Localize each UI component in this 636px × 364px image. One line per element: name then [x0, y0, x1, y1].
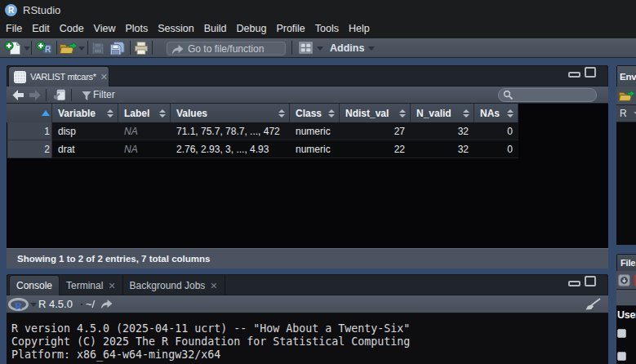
open-file-icon[interactable]: [59, 41, 78, 55]
console-line: Platform: x86_64-w64-mingw32/x64: [11, 348, 220, 361]
new-file-icon[interactable]: [4, 40, 22, 56]
menu-session[interactable]: Session: [153, 20, 198, 38]
column-header-values[interactable]: Values: [171, 104, 290, 122]
open-file-dropdown-caret[interactable]: [78, 47, 85, 51]
tab-files[interactable]: Files: [617, 255, 636, 271]
environment-language-selector[interactable]: R: [616, 105, 636, 122]
menu-help[interactable]: Help: [344, 20, 375, 38]
svg-text:R: R: [15, 300, 23, 312]
menu-build[interactable]: Build: [199, 20, 232, 38]
minimize-pane-icon[interactable]: [568, 281, 580, 286]
file-checkbox[interactable]: [617, 352, 626, 361]
new-project-icon[interactable]: R: [36, 40, 54, 56]
new-blank-file-icon[interactable]: [618, 274, 630, 286]
workspace-panes-icon[interactable]: [299, 42, 313, 54]
grid-toolbar: Filter: [7, 87, 608, 104]
cell-label: NA: [118, 140, 171, 158]
r-version-label[interactable]: R 4.5.0: [38, 295, 73, 313]
files-tab-bar: Files: [616, 254, 636, 271]
menu-tools[interactable]: Tools: [310, 20, 344, 38]
cell-variable: drat: [52, 140, 118, 158]
show-in-new-window-icon[interactable]: [52, 89, 65, 104]
files-pane: Files User: [616, 254, 636, 364]
column-header-variable[interactable]: Variable: [52, 104, 118, 122]
file-checkbox[interactable]: [617, 329, 626, 338]
separator-dot: [81, 304, 82, 305]
tab-varlist-mtcars[interactable]: VARLIST mtcars* ✕: [8, 66, 109, 87]
menu-view[interactable]: View: [89, 20, 121, 38]
pane-window-buttons: [568, 72, 596, 78]
filter-icon[interactable]: [82, 90, 91, 104]
environment-toolbar: [616, 87, 636, 105]
tab-background-jobs[interactable]: Background Jobs ✕: [123, 275, 225, 295]
tab-terminal[interactable]: Terminal ✕: [60, 275, 123, 295]
back-icon[interactable]: [11, 89, 25, 104]
clear-console-icon[interactable]: [584, 297, 602, 315]
menu-edit[interactable]: Edit: [27, 20, 55, 38]
sort-icon: [463, 109, 469, 118]
pane-window-buttons: [568, 281, 596, 286]
tab-environment[interactable]: Envir: [617, 66, 636, 87]
tab-label: VARLIST mtcars*: [30, 72, 96, 82]
environment-tab-bar: Envir: [616, 65, 636, 87]
cell-class: numeric: [290, 122, 340, 140]
goto-file-function-box: [167, 42, 286, 55]
console-line: R version 4.5.0 (2025-04-11 ucrt) -- "Ho…: [11, 322, 410, 335]
toolbar-separator: [46, 89, 47, 101]
column-header-rownum[interactable]: [7, 104, 52, 122]
menu-code[interactable]: Code: [55, 20, 89, 38]
addins-button[interactable]: Addins: [330, 38, 364, 58]
toolbar-separator: [291, 41, 292, 55]
tab-console[interactable]: Console: [9, 275, 60, 295]
menu-file[interactable]: File: [1, 20, 27, 38]
addins-caret[interactable]: [368, 47, 375, 51]
column-header-ndist-val[interactable]: Ndist_val: [340, 104, 411, 122]
table-row[interactable]: 2 drat NA 2.76, 2.93, 3, ..., 4.93 numer…: [7, 140, 518, 158]
column-header-nas[interactable]: NAs: [474, 104, 518, 122]
source-pane: VARLIST mtcars* ✕: [7, 65, 608, 269]
r-version-caret[interactable]: [30, 303, 37, 307]
close-background-jobs-icon[interactable]: ✕: [210, 282, 217, 290]
goto-file-function-input[interactable]: [185, 43, 285, 55]
console-output[interactable]: R version 4.5.0 (2025-04-11 ucrt) -- "Ho…: [7, 313, 608, 364]
new-file-dropdown-caret[interactable]: [24, 47, 30, 51]
maximize-pane-icon[interactable]: [585, 67, 596, 78]
cell-label: NA: [118, 122, 171, 140]
toolbar-separator: [31, 41, 32, 55]
maximize-pane-icon[interactable]: [585, 276, 596, 286]
print-icon[interactable]: [134, 41, 149, 55]
toolbar-separator: [87, 41, 88, 55]
tab-close-icon[interactable]: ✕: [100, 73, 108, 81]
minimize-pane-icon[interactable]: [568, 72, 580, 78]
column-header-class[interactable]: Class: [290, 104, 340, 122]
menu-profile[interactable]: Profile: [271, 20, 309, 38]
workspace-panes-caret[interactable]: [317, 47, 323, 51]
save-icon[interactable]: [91, 42, 105, 55]
files-header-row: [616, 290, 636, 306]
files-toolbar: [616, 271, 636, 290]
goto-directory-icon[interactable]: [100, 298, 113, 313]
main-toolbar: R: [0, 38, 636, 58]
forward-icon[interactable]: [28, 89, 42, 104]
rstudio-logo-icon: R: [5, 4, 17, 16]
grid-search-input[interactable]: [514, 90, 596, 101]
r-logo-icon[interactable]: R: [8, 298, 29, 315]
toolbar-separator: [152, 41, 153, 55]
toolbar-separator: [130, 41, 131, 55]
close-terminal-icon[interactable]: ✕: [108, 282, 115, 290]
filter-button[interactable]: Filter: [93, 87, 115, 104]
working-directory-label: ~/: [86, 295, 95, 313]
load-workspace-icon[interactable]: [618, 89, 635, 102]
environment-pane: Envir R: [616, 65, 636, 245]
rstudio-window: R RStudio File Edit Code View Plots Sess…: [0, 0, 636, 364]
cell-class: numeric: [290, 140, 340, 158]
menu-plots[interactable]: Plots: [120, 20, 153, 38]
menu-debug[interactable]: Debug: [232, 20, 272, 38]
cell-variable: disp: [52, 122, 118, 140]
column-header-label[interactable]: Label: [118, 104, 171, 122]
save-all-icon[interactable]: [109, 41, 126, 55]
source-tab-bar: VARLIST mtcars* ✕: [7, 65, 608, 87]
column-header-n-valid[interactable]: N_valid: [411, 104, 474, 122]
console-pane: Console Terminal ✕ Background Jobs ✕ R: [7, 274, 608, 364]
table-row[interactable]: 1 disp NA 71.1, 75.7, 78.7, ..., 472 num…: [7, 122, 518, 140]
